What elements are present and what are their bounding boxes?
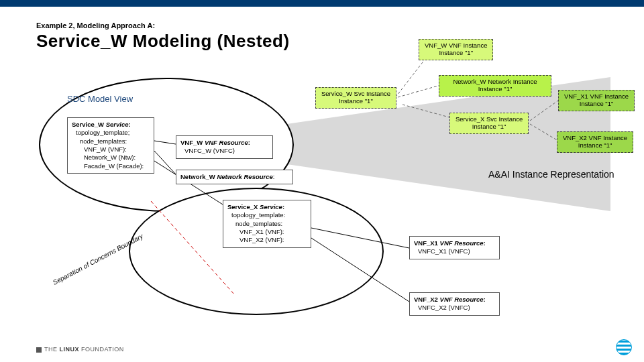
- inst-svcx-l1: Service_X Svc Instance: [455, 115, 523, 123]
- vnfw-res-l1: VNFC_W (VNFC): [184, 147, 268, 155]
- inst-x2-l2: Instance "1": [563, 141, 627, 149]
- slide-title: Service_W Modeling (Nested): [36, 31, 290, 52]
- box-vnf-x1-resource: VNF_X1 VNF Resource: VNFC_X1 (VNFC): [409, 236, 500, 259]
- inst-svcw-l1: Service_W Svc Instance: [321, 90, 390, 97]
- instance-vnf-x2: VNF_X2 VNF Instance Instance "1": [557, 131, 633, 153]
- instance-service-x: Service_X Svc Instance Instance "1": [449, 113, 529, 134]
- svc-w-l2: node_templates:: [80, 137, 150, 145]
- instance-vnf-w: VNF_W VNF Instance Instance "1": [419, 39, 493, 60]
- svc-x-hdr-pre: Service_X: [227, 203, 260, 210]
- top-bar: [0, 0, 644, 7]
- svc-w-l1: topology_template;: [76, 129, 150, 137]
- svc-w-l3: VNF_W (VNF):: [84, 145, 150, 154]
- netw-res-suffix: :: [273, 173, 275, 180]
- footer-t2: LINUX: [60, 346, 80, 353]
- box-service-w: Service_W Service: topology_template; no…: [67, 117, 154, 174]
- svc-w-l5: Facade_W (Facade):: [84, 162, 150, 170]
- svc-x-l2: node_templates:: [235, 220, 307, 228]
- x2-res-l1: VNFC_X2 (VNFC): [418, 304, 495, 312]
- svc-w-hdr-ital: Service: [106, 121, 129, 128]
- logo-square-icon: [36, 347, 42, 353]
- svg-line-6: [398, 84, 443, 97]
- svc-w-l4: Network_W (Ntw):: [84, 154, 150, 162]
- x2-res-ital: VNF Resource: [440, 296, 484, 303]
- instance-vnf-x1: VNF_X1 VNF Instance Instance "1": [558, 90, 635, 111]
- footer-t3: FOUNDATION: [81, 346, 124, 353]
- inst-x1-l1: VNF_X1 VNF Instance: [564, 93, 629, 100]
- x2-res-pre: VNF_X2: [414, 296, 440, 303]
- x1-res-l1: VNFC_X1 (VNFC): [418, 247, 495, 255]
- inst-netw-l1: Network_W Network Instance: [445, 78, 545, 85]
- netw-res-pre: Network_W: [180, 173, 217, 180]
- instance-network-w: Network_W Network Instance Instance "1": [439, 75, 551, 97]
- svc-x-l3: VNF_X1 (VNF):: [239, 228, 307, 236]
- inst-vnfw-l1: VNF_W VNF Instance: [425, 42, 487, 49]
- box-vnfw-resource: VNF_W VNF Resource: VNFC_W (VNFC): [176, 135, 273, 159]
- inst-netw-l2: Instance "1": [445, 85, 545, 93]
- footer-t1: THE: [44, 346, 58, 353]
- inst-svcw-l2: Instance "1": [321, 97, 390, 105]
- inst-svcx-l2: Instance "1": [455, 123, 523, 130]
- svc-x-hdr-ital: Service: [260, 203, 282, 210]
- box-vnf-x2-resource: VNF_X2 VNF Resource: VNFC_X2 (VNFC): [409, 292, 500, 316]
- linux-foundation-logo: THE LINUX FOUNDATION: [36, 346, 124, 353]
- sdc-model-view-label: SDC Model View: [67, 94, 133, 104]
- svc-x-l4: VNF_X2 (VNF):: [239, 236, 307, 244]
- inst-vnfw-l2: Instance "1": [425, 49, 487, 56]
- netw-res-ital: Network Resource: [217, 173, 272, 180]
- x1-res-ital: VNF Resource: [440, 239, 484, 247]
- box-network-w-resource: Network_W Network Resource:: [176, 170, 293, 184]
- vnfw-res-pre: VNF_W: [180, 139, 205, 146]
- box-service-x: Service_X Service: topology_template: no…: [223, 200, 311, 248]
- slide-subtitle: Example 2, Modeling Approach A:: [36, 21, 155, 29]
- svc-x-l1: topology_template:: [231, 211, 307, 219]
- att-logo-icon: [616, 339, 632, 355]
- instance-service-w: Service_W Svc Instance Instance "1": [315, 87, 396, 109]
- svg-line-7: [392, 54, 429, 101]
- inst-x1-l2: Instance "1": [564, 100, 629, 107]
- svc-w-hdr-pre: Service_W: [72, 121, 106, 128]
- x1-res-pre: VNF_X1: [414, 239, 440, 247]
- aai-representation-label: A&AI Instance Representation: [488, 169, 614, 180]
- vnfw-res-ital: VNF Resource: [205, 139, 248, 146]
- inst-x2-l1: VNF_X2 VNF Instance: [563, 134, 627, 141]
